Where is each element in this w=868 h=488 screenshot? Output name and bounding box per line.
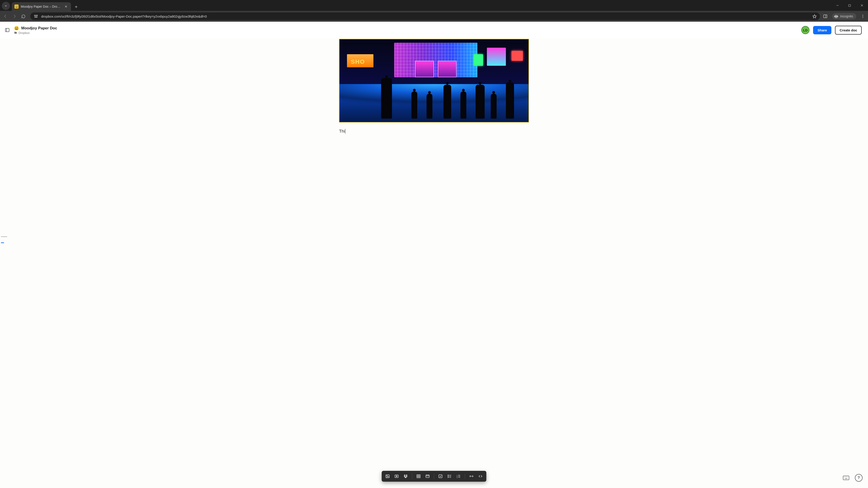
toolbar-separator bbox=[465, 474, 465, 479]
incognito-label: Incognito bbox=[840, 14, 853, 18]
svg-rect-5 bbox=[36, 15, 37, 16]
sidebar-toggle-icon[interactable] bbox=[4, 27, 10, 33]
folder-icon bbox=[14, 31, 17, 34]
window-controls bbox=[836, 0, 867, 11]
svg-point-11 bbox=[863, 15, 863, 15]
user-avatar[interactable]: LD bbox=[801, 26, 809, 34]
svg-rect-1 bbox=[848, 4, 850, 6]
image-sign-text: SHO bbox=[351, 58, 365, 65]
document-scroll-area[interactable]: SHO Thi bbox=[0, 38, 868, 488]
browser-tab-active[interactable]: 😃 Moodjoy Paper Doc – Dropbox ✕ bbox=[12, 2, 71, 11]
insert-table-icon[interactable] bbox=[414, 472, 423, 480]
svg-text:3: 3 bbox=[457, 477, 457, 478]
browser-menu-icon[interactable] bbox=[861, 14, 865, 18]
insert-divider-icon[interactable] bbox=[467, 472, 475, 480]
body-text-content: Thi bbox=[339, 129, 345, 134]
svg-marker-8 bbox=[813, 14, 816, 18]
insert-todo-icon[interactable] bbox=[436, 472, 445, 480]
svg-rect-14 bbox=[5, 29, 9, 32]
document-body-text[interactable]: Thi bbox=[339, 129, 529, 134]
side-panel-icon[interactable] bbox=[823, 14, 828, 19]
svg-point-30 bbox=[448, 476, 448, 477]
site-settings-icon[interactable] bbox=[33, 14, 38, 19]
embedded-image[interactable]: SHO bbox=[339, 39, 529, 123]
tab-favicon-icon: 😃 bbox=[14, 4, 19, 8]
svg-rect-16 bbox=[386, 475, 389, 478]
nav-forward-icon[interactable] bbox=[12, 14, 18, 19]
toolbar-separator bbox=[412, 474, 412, 479]
url-text: dropbox.com/scl/fi/n3zfj9fyi392l1d8x5ist… bbox=[41, 14, 810, 18]
svg-marker-19 bbox=[396, 476, 397, 477]
window-minimize-icon[interactable] bbox=[836, 4, 842, 7]
help-label: ? bbox=[858, 476, 860, 480]
share-button[interactable]: Share bbox=[813, 26, 832, 34]
svg-rect-9 bbox=[824, 15, 827, 18]
new-tab-button[interactable]: ＋ bbox=[73, 3, 80, 10]
insert-dropbox-file-icon[interactable] bbox=[402, 472, 410, 480]
tab-close-icon[interactable]: ✕ bbox=[64, 4, 68, 9]
svg-rect-4 bbox=[34, 15, 35, 16]
url-input[interactable]: dropbox.com/scl/fi/n3zfj9fyi392l1d8x5ist… bbox=[30, 12, 820, 20]
browser-tabstrip: 😃 Moodjoy Paper Doc – Dropbox ✕ ＋ bbox=[0, 0, 868, 11]
insert-image-icon[interactable] bbox=[383, 472, 392, 480]
bookmark-star-icon[interactable] bbox=[812, 14, 817, 19]
help-icon[interactable]: ? bbox=[855, 474, 863, 482]
insert-code-block-icon[interactable] bbox=[476, 472, 485, 480]
insert-numbered-list-icon[interactable]: 123 bbox=[455, 472, 463, 480]
svg-point-12 bbox=[863, 16, 863, 17]
doc-title[interactable]: Moodjoy Paper Doc bbox=[21, 26, 57, 31]
avatar-initials: LD bbox=[803, 28, 808, 32]
svg-point-29 bbox=[448, 475, 448, 476]
keyboard-shortcuts-icon[interactable] bbox=[842, 474, 850, 482]
window-close-icon[interactable] bbox=[860, 4, 867, 7]
svg-rect-28 bbox=[439, 475, 442, 478]
browser-address-bar: dropbox.com/scl/fi/n3zfj9fyi392l1d8x5ist… bbox=[0, 11, 868, 22]
tab-title: Moodjoy Paper Doc – Dropbox bbox=[21, 5, 61, 8]
window-maximize-icon[interactable] bbox=[848, 4, 855, 7]
svg-point-17 bbox=[386, 476, 387, 476]
doc-emoji-icon: 😃 bbox=[14, 26, 19, 31]
create-doc-button[interactable]: Create doc bbox=[835, 26, 862, 35]
insert-bulleted-list-icon[interactable] bbox=[445, 472, 454, 480]
text-caret bbox=[345, 129, 345, 134]
tab-search-dropdown[interactable] bbox=[2, 2, 10, 10]
toolbar-separator bbox=[434, 474, 434, 479]
paper-header: 😃 Moodjoy Paper Doc Dropbox LD Share Cre… bbox=[0, 22, 868, 38]
svg-rect-24 bbox=[426, 475, 429, 478]
insert-timeline-icon[interactable] bbox=[424, 472, 432, 480]
nav-reload-icon[interactable] bbox=[21, 14, 27, 19]
incognito-indicator[interactable]: Incognito bbox=[832, 13, 856, 20]
insert-toolbar: 123 bbox=[382, 471, 487, 482]
insert-video-icon[interactable] bbox=[393, 472, 401, 480]
svg-point-31 bbox=[448, 477, 448, 478]
svg-rect-42 bbox=[843, 476, 849, 480]
breadcrumb[interactable]: Dropbox bbox=[14, 31, 57, 35]
nav-back-icon[interactable] bbox=[3, 14, 9, 19]
svg-point-13 bbox=[863, 17, 863, 18]
breadcrumb-root: Dropbox bbox=[19, 31, 30, 35]
